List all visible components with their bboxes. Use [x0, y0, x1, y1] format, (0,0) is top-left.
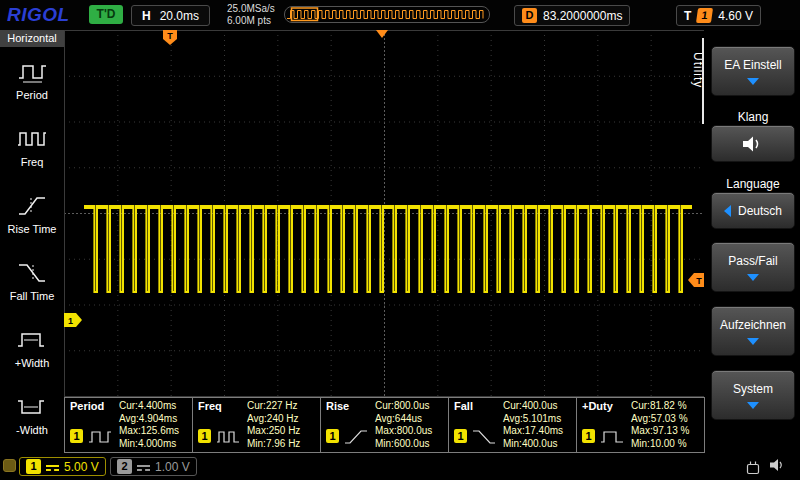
- chevron-down-icon: [747, 402, 759, 409]
- menu-item-label: Rise Time: [8, 223, 57, 235]
- softkey-sound-title: Klang: [711, 110, 795, 124]
- menu-item-period[interactable]: Period: [0, 47, 64, 114]
- menu-indicator-line: [702, 38, 704, 124]
- menu-item-label: +Width: [15, 357, 50, 369]
- softkey-language-title: Language: [711, 177, 795, 191]
- meas-max: Max:17.40ms: [503, 425, 563, 438]
- speaker-status-icon: [770, 458, 786, 472]
- softkey-language[interactable]: Deutsch: [711, 192, 795, 229]
- softkey-pass-fail[interactable]: Pass/Fail: [711, 242, 795, 292]
- channel-badge: 1: [70, 429, 83, 443]
- h-scale-value: 20.0ms: [160, 9, 199, 23]
- trigger-level-value: 4.60 V: [718, 9, 753, 23]
- softkey-label: EA Einstell: [724, 58, 781, 72]
- menu-item-label: Freq: [21, 156, 44, 168]
- chevron-left-icon: [724, 205, 731, 217]
- minus-width-icon: [16, 396, 48, 420]
- top-status-bar: RIGOL T'D H 20.0ms 25.0MSa/s 6.00M pts D…: [0, 0, 800, 30]
- rise-glyph-icon: [344, 429, 368, 445]
- softkey-label: Aufzeichnen: [720, 318, 786, 332]
- menu-item-freq[interactable]: Freq: [0, 114, 64, 181]
- meas-max: Max:800.0us: [375, 425, 432, 438]
- usb-icon: [744, 459, 762, 475]
- fall-time-icon: [16, 262, 48, 286]
- measurement-panel-duty[interactable]: +Duty 1 Cur:81.82 % Avg:57.03 % Max:97.1…: [576, 397, 705, 453]
- utility-menu: Utility EA Einstell Klang Language Deuts…: [704, 30, 800, 480]
- menu-item-label: -Width: [16, 424, 48, 436]
- trigger-position-flag: T: [163, 30, 177, 45]
- left-menu-title: Horizontal: [0, 30, 64, 47]
- meas-cur: Cur:4.400ms: [119, 400, 179, 413]
- memory-waveform-icon: [285, 7, 489, 22]
- duty-glyph-icon: [600, 429, 624, 445]
- measurement-panel-fall[interactable]: Fall 1 Cur:400.0us Avg:5.101ms Max:17.40…: [448, 397, 577, 453]
- menu-item-fall-time[interactable]: Fall Time: [0, 248, 64, 315]
- meas-cur: Cur:400.0us: [503, 400, 563, 413]
- measurement-title: Period: [70, 400, 104, 412]
- memory-position-bar: [284, 6, 490, 23]
- meas-avg: Avg:240 Hz: [247, 413, 300, 426]
- plus-width-icon: [16, 329, 48, 353]
- channel-badge: 1: [198, 429, 211, 443]
- meas-cur: Cur:81.82 %: [631, 400, 689, 413]
- softkey-io-setup[interactable]: EA Einstell: [711, 46, 795, 96]
- freq-icon: [16, 128, 48, 152]
- measurement-row: Period 1 Cur:4.400ms Avg:4.904ms Max:125…: [64, 397, 705, 453]
- fall-glyph-icon: [472, 429, 496, 445]
- delay-chip: D: [522, 8, 537, 23]
- measurement-panel-freq[interactable]: Freq 1 Cur:227 Hz Avg:240 Hz Max:250 Hz …: [192, 397, 321, 453]
- trigger-status-badge: T'D: [89, 5, 123, 24]
- svg-text:1: 1: [68, 316, 73, 326]
- brand-logo: RIGOL: [7, 4, 70, 26]
- softkey-system[interactable]: System: [711, 370, 795, 420]
- dc-coupling-icon: [46, 463, 59, 471]
- chevron-down-icon: [747, 78, 759, 85]
- bottom-status-bar: 1 5.00 V 2 1.00 V: [0, 453, 800, 480]
- measurement-panel-period[interactable]: Period 1 Cur:4.400ms Avg:4.904ms Max:125…: [64, 397, 193, 453]
- chevron-down-icon: [747, 338, 759, 345]
- measurement-title: Fall: [454, 400, 473, 412]
- notification-icon: [3, 459, 16, 472]
- meas-cur: Cur:800.0us: [375, 400, 432, 413]
- speaker-icon: [742, 135, 764, 153]
- channel2-status[interactable]: 2 1.00 V: [110, 457, 197, 476]
- oscilloscope-ui: RIGOL T'D H 20.0ms 25.0MSa/s 6.00M pts D…: [0, 0, 800, 480]
- meas-cur: Cur:227 Hz: [247, 400, 300, 413]
- chevron-down-icon: [747, 274, 759, 281]
- language-value: Deutsch: [738, 204, 782, 218]
- svg-text:T: T: [167, 31, 173, 41]
- ch1-level-marker: 1: [64, 313, 82, 327]
- trigger-source-chip: 1: [696, 8, 713, 23]
- trigger-info-box[interactable]: T 1 4.60 V: [676, 5, 761, 26]
- window-center-marker: [376, 30, 388, 38]
- channel1-scale: 5.00 V: [64, 460, 99, 474]
- channel1-status[interactable]: 1 5.00 V: [19, 457, 106, 476]
- waveform-display: T 1 T: [64, 30, 705, 397]
- softkey-label: System: [733, 382, 773, 396]
- meas-max: Max:97.13 %: [631, 425, 689, 438]
- channel-badge: 1: [454, 429, 467, 443]
- meas-max: Max:125.6ms: [119, 425, 179, 438]
- dc-coupling-icon: [137, 463, 150, 471]
- meas-min: Min:7.96 Hz: [247, 438, 300, 451]
- menu-item-rise-time[interactable]: Rise Time: [0, 181, 64, 248]
- horizontal-scale-box[interactable]: H 20.0ms: [131, 5, 210, 26]
- channel-badge: 1: [582, 429, 595, 443]
- softkey-record[interactable]: Aufzeichnen: [711, 306, 795, 356]
- meas-avg: Avg:57.03 %: [631, 413, 689, 426]
- menu-item-plus-width[interactable]: +Width: [0, 315, 64, 382]
- measurement-title: Rise: [326, 400, 349, 412]
- h-label: H: [142, 9, 151, 23]
- meas-max: Max:250 Hz: [247, 425, 300, 438]
- channel2-scale: 1.00 V: [155, 460, 190, 474]
- delay-box[interactable]: D 83.2000000ms: [514, 5, 630, 26]
- left-measure-menu: Horizontal Period Freq Rise Time: [0, 30, 64, 453]
- meas-min: Min:4.000ms: [119, 438, 179, 451]
- menu-item-minus-width[interactable]: -Width: [0, 382, 64, 449]
- memory-depth: 6.00M pts: [227, 15, 275, 27]
- meas-min: Min:400.0us: [503, 438, 563, 451]
- softkey-sound[interactable]: [711, 125, 795, 162]
- measurement-panel-rise[interactable]: Rise 1 Cur:800.0us Avg:644us Max:800.0us…: [320, 397, 449, 453]
- sample-rate: 25.0MSa/s: [227, 3, 275, 15]
- period-icon: [16, 61, 48, 85]
